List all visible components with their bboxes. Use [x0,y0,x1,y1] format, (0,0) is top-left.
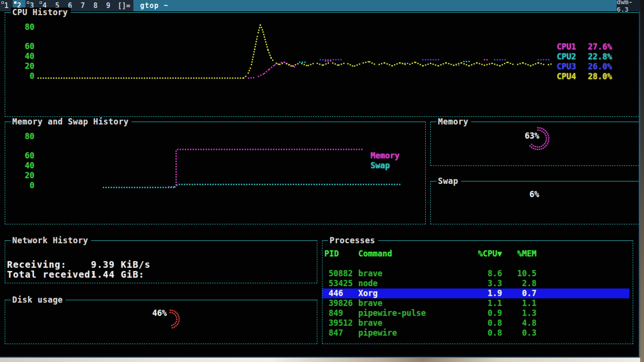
legend-cpu1: CPU127.6% [557,42,612,52]
column-header-pid[interactable]: PID [322,249,358,259]
gtop-terminal-screen: 123456789 []= gtop ~ dwm-6.3 CPU History… [0,0,644,362]
cell-cpu: 3.3 [467,279,502,288]
network-total-value: 1.44 GiB: [91,270,145,280]
cell-pid: 39826 [322,298,358,308]
legend-swap: Swap [371,161,402,171]
dwm-statusbar: 123456789 []= gtop ~ dwm-6.3 [0,0,644,11]
legend-value: 28.0% [588,72,612,82]
desk-photo-strip-right [640,0,644,362]
cell-cpu: 1.1 [467,298,502,308]
cell-cpu: 0.9 [467,308,502,318]
cell-cpu: 0.8 [467,318,502,328]
cell-pid: 446 [322,288,358,298]
tag-label: 1 [4,1,8,10]
tag-indicator-outline [1,1,4,4]
legend-label: CPU3 [557,62,588,72]
disk-usage-gauge [5,300,317,344]
tag-label: 8 [93,1,98,10]
cell-command: brave [358,298,467,308]
network-history-title: Network History [11,236,91,245]
tag-label: 9 [106,1,110,10]
network-receiving-value: 9.39 KiB/s [91,260,150,270]
tag-indicator-outline [40,1,42,4]
legend-label: Swap [371,161,402,171]
desk-photo-strip-bottom [0,358,640,362]
column-header-mem[interactable]: %MEM [502,249,537,259]
cell-command: Xorg [358,288,467,298]
cpu-history-chart [5,13,639,116]
tag-label: 7 [81,1,85,10]
memory-swap-history-panel: Memory and Swap History 806040200 Memory… [5,122,426,224]
legend-label: CPU2 [557,52,588,62]
cell-cpu: 0.8 [467,328,502,338]
table-row[interactable]: 39826brave1.11.1 [322,298,629,308]
legend-value: 26.0% [588,62,612,72]
legend-label: Memory [371,151,402,161]
cell-mem: 0.7 [502,288,537,298]
table-row[interactable]: 50882brave8.610.5 [322,269,629,279]
legend-label: CPU1 [557,42,588,52]
processes-title: Processes [328,236,378,245]
network-receiving-label: Receiving: [7,260,91,270]
column-header-command[interactable]: Command [358,249,467,259]
table-row[interactable]: 849pipewire-pulse0.91.3 [322,308,629,318]
network-total-row: Total received: 1.44 GiB: [7,270,145,280]
cell-pid: 847 [322,328,358,338]
cell-command: brave [358,318,467,328]
cell-mem: 4.8 [502,318,537,328]
cell-pid: 53425 [322,279,358,288]
column-header-cpu[interactable]: %CPU▼ [467,249,502,259]
network-receiving-row: Receiving: 9.39 KiB/s [7,260,150,270]
processes-header-row: PID Command %CPU▼ %MEM [322,249,629,259]
network-history-panel: Network History Receiving: 9.39 KiB/s To… [5,240,317,283]
legend-value: 27.6% [588,42,612,52]
cell-mem: 1.1 [502,298,537,308]
tag-7[interactable]: 7 [76,0,89,11]
legend-cpu2: CPU222.8% [557,52,612,62]
cell-mem: 1.3 [502,308,537,318]
legend-label: CPU4 [557,72,588,82]
swap-percent: 6% [529,189,539,199]
cell-mem: 0.3 [502,328,537,338]
legend-cpu4: CPU428.0% [557,72,612,82]
table-row-selected[interactable]: 446Xorg1.90.7 [322,288,629,298]
cell-pid: 39512 [322,318,358,328]
cell-command: node [358,279,467,288]
network-total-label: Total received: [7,270,91,280]
memory-gauge [431,122,639,165]
legend-memory: Memory [371,151,402,161]
cell-pid: 849 [322,308,358,318]
memory-percent: 63% [525,131,539,140]
window-title: gtop ~ [133,0,617,11]
cell-command: pipewire-pulse [358,308,467,318]
cell-pid: 50882 [322,269,358,279]
processes-panel: Processes PID Command %CPU▼ %MEM 50882br… [322,240,633,344]
table-row[interactable]: 847pipewire0.80.3 [322,328,629,338]
legend-cpu3: CPU326.0% [557,62,612,72]
table-row[interactable]: 53425node3.32.8 [322,279,629,288]
cell-cpu: 1.9 [467,288,502,298]
cpu-history-panel: CPU History 806040200 CPU127.6%CPU222.8%… [5,12,639,117]
memory-swap-history-chart [5,122,425,224]
tag-8[interactable]: 8 [89,0,102,11]
cell-mem: 2.8 [502,279,537,288]
tag-9[interactable]: 9 [102,0,115,11]
cell-mem: 10.5 [502,269,537,279]
legend-value: 22.8% [588,52,612,62]
layout-symbol[interactable]: []= [115,0,133,11]
disk-usage-panel: Disk usage 46% [5,300,317,344]
table-row[interactable]: 39512brave0.84.8 [322,318,629,328]
memory-panel: Memory 63% [430,122,639,166]
tag-indicator-outline [27,1,29,4]
disk-percent: 46% [152,308,167,318]
cell-command: brave [358,269,467,279]
swap-title: Swap [437,176,461,186]
tag-indicator-filled [14,1,17,4]
cell-cpu: 8.6 [467,269,502,279]
swap-panel: Swap 6% [430,181,639,224]
cell-command: pipewire [358,328,467,338]
